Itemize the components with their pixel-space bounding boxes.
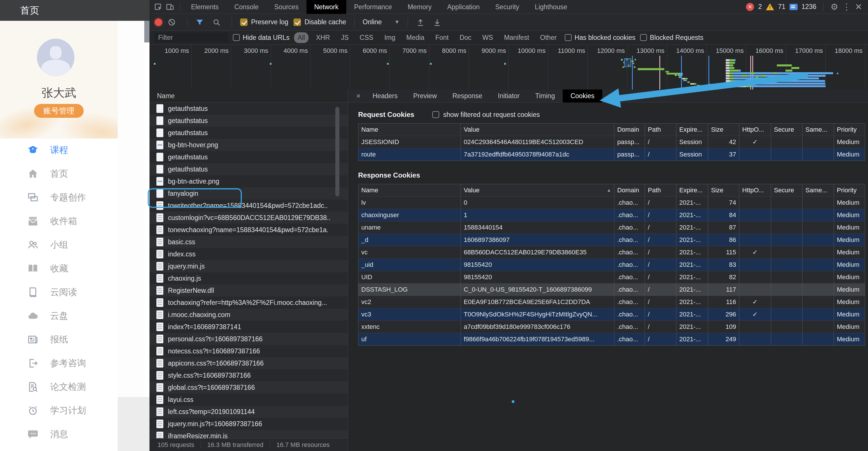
request-row[interactable]: tonewchaoxing?name=15883440154&pwd=572cb… [150,224,348,236]
column-header-value[interactable]: Value▲ [461,184,614,196]
show-filtered-cookies-checkbox[interactable] [432,111,439,118]
column-header-expires[interactable]: Expire... [676,184,708,196]
disable-cache-checkbox[interactable] [293,19,301,26]
sidebar-item-11[interactable]: 论文检测 [0,375,118,399]
column-header-size[interactable]: Size [708,124,739,136]
request-list-header[interactable]: Name [150,90,348,102]
request-row[interactable]: i.mooc.chaoxing.com [150,309,348,321]
cookie-row-_d[interactable]: _d1606897386097.chao.../2021-...86Medium [359,234,865,246]
tab-performance[interactable]: Performance [346,0,400,14]
request-row[interactable]: index.css [150,248,348,260]
cookie-row-DSSTASH_LOG[interactable]: DSSTASH_LOGC_0-UN_0-US_98155420-T_160689… [359,283,865,296]
request-row[interactable]: tochaoxing?refer=http%3A%2F%2Fi.mooc.cha… [150,297,348,309]
request-row[interactable]: chaoxing.js [150,272,348,284]
request-row[interactable]: jquery.min.js?t=1606897387166 [150,418,348,430]
tab-sources[interactable]: Sources [266,0,306,14]
request-row[interactable]: getauthstatus [150,151,348,163]
request-row[interactable]: getauthstatus [150,163,348,175]
tab-network[interactable]: Network [306,0,346,14]
details-tab-initiator[interactable]: Initiator [490,90,527,102]
chevron-down-icon[interactable]: ▼ [395,19,400,25]
sidebar-item-6[interactable]: 收藏 [0,257,118,280]
request-row[interactable]: global.css?t=1606897387166 [150,382,348,394]
network-overview[interactable]: 1000 ms2000 ms3000 ms4000 ms5000 ms6000 … [150,45,868,90]
devtools-close-icon[interactable]: ✕ [855,3,862,11]
filter-pill-js[interactable]: JS [337,32,352,43]
details-tab-preview[interactable]: Preview [405,90,445,102]
warning-icon[interactable]: ! [766,3,774,10]
column-header-path[interactable]: Path [645,124,676,136]
filter-pill-css[interactable]: CSS [356,32,377,43]
export-har-icon[interactable] [433,18,441,27]
request-row[interactable]: getauthstatus [150,102,348,115]
request-row[interactable]: bg-btn-hover.png [150,139,348,151]
message-count[interactable]: 1236 [802,3,816,11]
request-row[interactable]: personal.css?t=1606897387166 [150,333,348,345]
filter-pill-img[interactable]: Img [381,32,399,43]
tab-memory[interactable]: Memory [400,0,439,14]
request-row[interactable]: basic.css [150,236,348,248]
request-row[interactable]: index?t=1606897387141 [150,321,348,333]
inspect-element-icon[interactable] [154,3,163,11]
cookie-row-chaoxinguser[interactable]: chaoxinguser1.chao.../2021-...84Medium [359,209,865,221]
request-row[interactable]: iframeResizer.min.js [150,430,348,438]
column-header-same_site[interactable]: Same... [803,184,834,196]
filter-pill-ws[interactable]: WS [479,32,497,43]
cookie-row-xxtenc[interactable]: xxtenca7cdf09bbf39d180e999783cf006c176.c… [359,321,865,333]
filter-pill-manifest[interactable]: Manifest [501,32,533,43]
sidebar-item-8[interactable]: 云盘 [0,304,118,328]
column-header-name[interactable]: Name [359,184,461,196]
column-header-expires[interactable]: Expire... [676,124,708,136]
error-count[interactable]: 2 [758,3,762,11]
cookie-row-uname[interactable]: uname15883440154.chao.../2021-...87Mediu… [359,221,865,234]
filter-pill-other[interactable]: Other [537,32,560,43]
cookie-row-vc3[interactable]: vc3T0O9NlySdOkSH%2F4SHygHiTzMItlgZvyQN..… [359,308,865,321]
column-header-value[interactable]: Value [461,124,614,136]
filter-pill-media[interactable]: Media [403,32,428,43]
hide-data-urls-checkbox[interactable] [233,34,240,41]
request-row[interactable]: jquery.min.js [150,260,348,272]
request-row[interactable]: left.css?temp=201901091144 [150,406,348,418]
column-header-http_only[interactable]: HttpO... [739,124,771,136]
filter-pill-xhr[interactable]: XHR [312,32,334,43]
page-scrollbar[interactable] [144,21,150,42]
sidebar-item-1[interactable]: 课程 [0,138,118,162]
blocked-requests-checkbox[interactable] [640,34,647,41]
column-header-secure[interactable]: Secure [771,184,803,196]
sidebar-item-9[interactable]: 报纸 [0,328,118,351]
account-manage-button[interactable]: 账号管理 [34,104,84,118]
cookie-row-JSESSIONID[interactable]: JSESSIONID024C29364546A480119BE4C512003C… [359,136,865,148]
column-header-path[interactable]: Path [645,184,676,196]
column-header-same_site[interactable]: Same... [803,124,834,136]
sidebar-item-3[interactable]: 专题创作 [0,186,118,209]
request-row[interactable]: customlogin?vc=68B560DACC512EAB0129E79DB… [150,212,348,224]
kebab-menu-icon[interactable]: ⋮ [842,3,851,11]
cookie-row-vc[interactable]: vc68B560DACC512EAB0129E79DB3860E35.chao.… [359,246,865,259]
column-header-size[interactable]: Size [708,184,739,196]
warning-count[interactable]: 71 [778,3,785,11]
clear-icon[interactable] [167,18,176,27]
cookie-row-vc2[interactable]: vc2E0EA9F10B772BCEA9E25E6FA1C2DD7DA.chao… [359,296,865,308]
search-icon[interactable] [212,18,221,27]
cookie-row-route[interactable]: route7a37192edffdfb64950378f94087a1dcpas… [359,148,865,160]
sidebar-item-12[interactable]: 学习计划 [0,399,118,422]
request-row[interactable]: towriteother?name=15883440154&pwd=572cbe… [150,200,348,212]
tab-elements[interactable]: Elements [183,0,226,14]
column-header-secure[interactable]: Secure [771,124,803,136]
filter-funnel-icon[interactable] [195,18,204,27]
request-row[interactable]: getauthstatus [150,127,348,139]
request-list-scrollbar[interactable] [335,107,339,196]
error-icon[interactable]: ✕ [746,3,754,11]
details-tab-response[interactable]: Response [445,90,490,102]
filter-pill-all[interactable]: All [294,32,308,43]
request-row[interactable]: getauthstatus [150,115,348,127]
column-header-priority[interactable]: Priority [834,184,865,196]
throttling-select[interactable]: Online [363,18,382,26]
column-header-domain[interactable]: Domain [614,124,645,136]
cookie-row-_uid[interactable]: _uid98155420.chao.../2021-...83Medium [359,259,865,271]
column-header-priority[interactable]: Priority [834,124,865,136]
request-row[interactable]: bg-btn-active.png [150,175,348,187]
cookie-row-lv[interactable]: lv0.chao.../2021-...74Medium [359,196,865,209]
column-header-http_only[interactable]: HttpO... [739,184,771,196]
tab-console[interactable]: Console [226,0,266,14]
